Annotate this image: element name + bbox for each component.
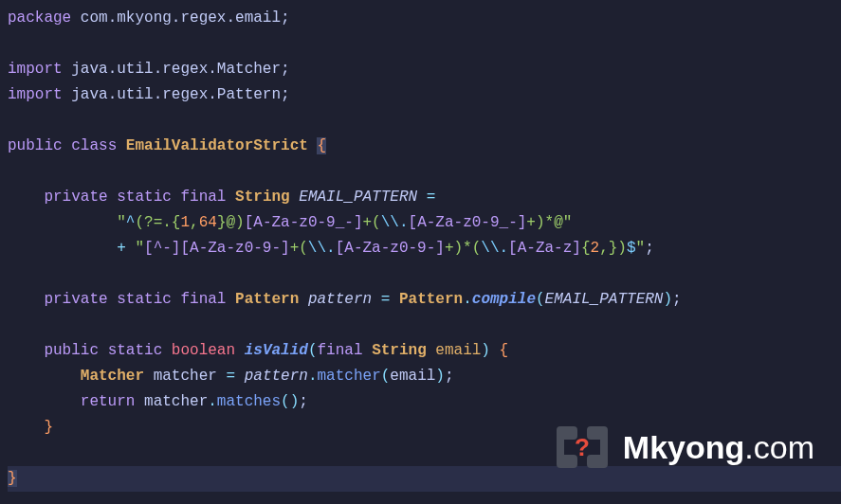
keyword-return: return <box>81 393 136 410</box>
keyword-import: import <box>8 61 63 78</box>
param-email: email <box>435 342 481 359</box>
code-line: + "[^-][A-Za-z0-9-]+(\\.[A-Za-z0-9-]+)*(… <box>8 236 841 261</box>
code-line: private static final Pattern pattern = P… <box>8 287 841 313</box>
import-path: java.util.regex.Pattern <box>71 86 281 103</box>
type-matcher: Matcher <box>81 368 144 385</box>
code-line: import java.util.regex.Matcher; <box>8 57 841 82</box>
method-matcher: matcher <box>318 368 381 385</box>
keyword-import: import <box>8 86 63 103</box>
code-line: import java.util.regex.Pattern; <box>8 82 841 108</box>
brace-open: { <box>317 137 326 154</box>
keyword-class: class <box>71 137 117 154</box>
code-line-blank <box>8 159 841 185</box>
class-name: EmailValidatorStrict <box>126 137 308 154</box>
code-line: "^(?=.{1,64}@)[A-Za-z0-9_-]+(\\.[A-Za-z0… <box>8 210 841 236</box>
const-email-pattern: EMAIL_PATTERN <box>299 189 417 206</box>
method-matches: matches <box>217 393 281 410</box>
package-name: com.mkyong.regex.email <box>81 9 281 27</box>
code-line-blank <box>8 108 841 134</box>
var-pattern: pattern <box>308 291 372 308</box>
type-string: String <box>235 189 290 206</box>
code-line: return matcher.matches(); <box>8 389 841 415</box>
code-line: private static final String EMAIL_PATTER… <box>8 185 841 210</box>
import-path: java.util.regex.Matcher <box>71 61 281 78</box>
keyword-boolean: boolean <box>172 342 235 359</box>
var-matcher: matcher <box>154 368 217 385</box>
brace-close: } <box>8 470 17 487</box>
watermark-text: Mkyong.com <box>623 429 814 466</box>
code-line: package com.mkyong.regex.email; <box>8 6 841 31</box>
mkyong-logo-icon: ? <box>555 423 610 472</box>
code-line-blank <box>8 313 841 338</box>
code-line: public class EmailValidatorStrict { <box>8 134 841 159</box>
code-line: Matcher matcher = pattern.matcher(email)… <box>8 364 841 389</box>
svg-text:?: ? <box>575 433 590 461</box>
keyword-package: package <box>8 9 71 27</box>
code-line: public static boolean isValid(final Stri… <box>8 338 841 364</box>
code-line-blank <box>8 31 841 57</box>
code-line-blank <box>8 261 841 287</box>
method-compile: compile <box>472 291 536 308</box>
type-pattern: Pattern <box>235 291 299 308</box>
keyword-public: public <box>8 137 63 154</box>
method-isvalid: isValid <box>245 342 308 359</box>
watermark-logo: ? Mkyong.com <box>555 423 814 472</box>
